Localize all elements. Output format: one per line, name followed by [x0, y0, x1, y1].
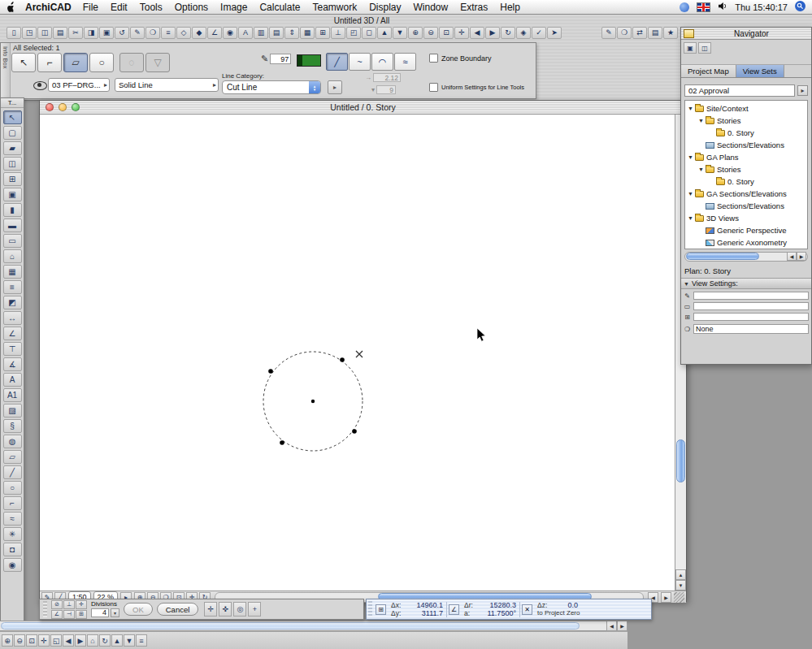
- scroll-right-button[interactable]: ▶: [797, 252, 806, 261]
- previous-zoom-icon[interactable]: ◀: [63, 634, 74, 647]
- pen-color-swatch[interactable]: [297, 54, 321, 67]
- gravity-icon[interactable]: ⊥: [63, 600, 75, 609]
- pen-number-field[interactable]: 97: [270, 54, 291, 64]
- section-icon[interactable]: ∠: [207, 27, 222, 39]
- undo-icon[interactable]: ↺: [115, 27, 129, 39]
- teamwork-status-icon[interactable]: [680, 2, 689, 12]
- dy-value[interactable]: 3111.7: [407, 610, 443, 617]
- zone-tool[interactable]: ◩: [3, 296, 22, 309]
- menu-item[interactable]: Extras: [460, 2, 488, 13]
- offset-field-1[interactable]: 2.12: [373, 73, 401, 82]
- library-manager-icon[interactable]: ▤: [648, 27, 662, 39]
- tree-item[interactable]: Sections/Elevations: [685, 200, 807, 212]
- disclosure-triangle-icon[interactable]: ▼: [687, 191, 694, 197]
- wall-tool[interactable]: ▰: [3, 141, 22, 155]
- dimension-tool[interactable]: ↔: [3, 311, 22, 325]
- tree-item[interactable]: 0. Story: [685, 127, 807, 139]
- menu-item[interactable]: Image: [220, 2, 247, 13]
- menu-item[interactable]: Window: [414, 2, 449, 13]
- menu-item-archicad[interactable]: ArchiCAD: [25, 2, 72, 13]
- minimize-button[interactable]: [59, 103, 67, 111]
- layer-settings-icon[interactable]: ▥: [254, 27, 268, 39]
- send-backward-icon[interactable]: ▼: [393, 27, 407, 39]
- more-settings-button[interactable]: ▸: [328, 80, 342, 94]
- divisions-dropdown-button[interactable]: ▾: [111, 608, 119, 617]
- tree-item[interactable]: ▼ Stories: [685, 163, 807, 175]
- radial-dimension-tool[interactable]: ∠: [3, 327, 22, 340]
- slab-tool[interactable]: ▭: [3, 234, 22, 248]
- line-type-combo[interactable]: Solid Line ▸: [115, 78, 219, 92]
- resize-grip[interactable]: [674, 592, 684, 603]
- add-node-icon[interactable]: +: [248, 602, 261, 617]
- document-title-bar[interactable]: Untitled / 0. Story: [40, 101, 686, 115]
- view-set-combo[interactable]: 02 Approval: [684, 84, 795, 97]
- door-tool[interactable]: ◫: [3, 157, 22, 171]
- keyboard-layout-icon[interactable]: [697, 2, 710, 12]
- navigator-tab[interactable]: Project Map: [681, 65, 736, 77]
- polygon-method-icon[interactable]: ▽: [145, 53, 170, 72]
- navigator-horizontal-scrollbar[interactable]: ◀ ▶: [684, 252, 808, 262]
- zoom-box-icon[interactable]: ⊡: [26, 634, 37, 647]
- hotspot-tool[interactable]: ✳: [3, 527, 22, 541]
- freehand-line-icon[interactable]: ≈: [394, 53, 416, 71]
- home-zoom-icon[interactable]: ⌂: [87, 634, 98, 647]
- menu-clock[interactable]: Thu 15:40:17: [735, 2, 788, 12]
- curved-line-icon[interactable]: ~: [349, 53, 371, 71]
- snap-points-icon[interactable]: ✜: [219, 602, 232, 617]
- search-field[interactable]: None: [693, 324, 809, 334]
- coordinates-drag-strip[interactable]: [368, 601, 372, 617]
- window-tool[interactable]: ⊞: [3, 172, 22, 186]
- workspace-horizontal-scrollbar[interactable]: ◀ ▶: [0, 621, 627, 631]
- cancel-button[interactable]: Cancel: [157, 603, 199, 616]
- teamwork-exchange-icon[interactable]: ⇄: [632, 27, 647, 39]
- zoom-in-icon[interactable]: ⊕: [408, 27, 423, 39]
- grid-lock-icon[interactable]: ⊞: [76, 610, 87, 619]
- menu-item[interactable]: Display: [369, 2, 401, 13]
- view-setting-field[interactable]: [693, 302, 809, 310]
- figure-tool[interactable]: ◘: [3, 543, 22, 556]
- scroll-left-button[interactable]: ◀: [787, 252, 797, 261]
- scroll-right-button[interactable]: ▶: [661, 592, 671, 603]
- zone-boundary-checkbox[interactable]: [429, 54, 438, 63]
- fit-in-window-icon[interactable]: ◱: [50, 634, 62, 647]
- disclosure-triangle-icon[interactable]: ▼: [687, 154, 694, 160]
- 3d-window-icon[interactable]: ◆: [192, 27, 206, 39]
- redraw-icon[interactable]: ↻: [99, 634, 111, 647]
- menu-item[interactable]: Edit: [111, 2, 128, 13]
- scroll-up-button[interactable]: ▲: [675, 569, 686, 580]
- fill-tool[interactable]: ▨: [3, 404, 22, 418]
- control-box-drag-strip[interactable]: [43, 601, 47, 617]
- text-block-icon[interactable]: A: [238, 27, 253, 39]
- story-settings-icon[interactable]: ▤: [269, 27, 284, 39]
- tree-item[interactable]: ▼ 3D Views: [685, 212, 807, 224]
- navigator-tab[interactable]: View Sets: [736, 65, 784, 77]
- column-tool[interactable]: ▮: [3, 203, 22, 217]
- next-view-icon[interactable]: ▶: [485, 27, 500, 39]
- print-icon[interactable]: ▤: [53, 27, 67, 39]
- story-up-icon[interactable]: ▲: [111, 634, 123, 647]
- tree-item[interactable]: Generic Perspective: [685, 224, 807, 236]
- detail-tool[interactable]: ◍: [3, 435, 22, 448]
- offset-field-2[interactable]: 9: [376, 85, 396, 94]
- mouse-constraint-icon[interactable]: ✛: [204, 602, 217, 617]
- disclosure-triangle-icon[interactable]: ▼: [687, 215, 694, 221]
- publisher-icon[interactable]: ➤: [547, 27, 562, 39]
- marquee-tool[interactable]: ▢: [3, 126, 22, 140]
- zoom-out-icon[interactable]: ⊖: [423, 27, 438, 39]
- stair-tool[interactable]: ≡: [3, 280, 22, 294]
- grid-origin-icon[interactable]: ⊞: [376, 604, 386, 615]
- zoom-out-icon[interactable]: ⊖: [14, 634, 25, 647]
- scroll-down-button[interactable]: ▼: [675, 580, 686, 591]
- save-icon[interactable]: ◫: [37, 27, 52, 39]
- zoom-in-icon[interactable]: ⊕: [2, 634, 13, 647]
- disclosure-triangle-icon[interactable]: ▼: [684, 281, 689, 287]
- scroll-left-button[interactable]: ◀: [606, 621, 617, 631]
- find-select-icon[interactable]: ❍: [145, 27, 160, 39]
- suspend-groups-icon[interactable]: ⊘: [51, 600, 63, 609]
- pan-icon[interactable]: ✛: [38, 634, 50, 647]
- tree-item[interactable]: ▼ Site/Context: [685, 102, 807, 115]
- review-icon[interactable]: ❍: [617, 27, 632, 39]
- check-document-icon[interactable]: ✓: [532, 27, 546, 39]
- angle-value[interactable]: 11.7500°: [480, 610, 516, 617]
- straight-line-icon[interactable]: ╱: [326, 53, 348, 71]
